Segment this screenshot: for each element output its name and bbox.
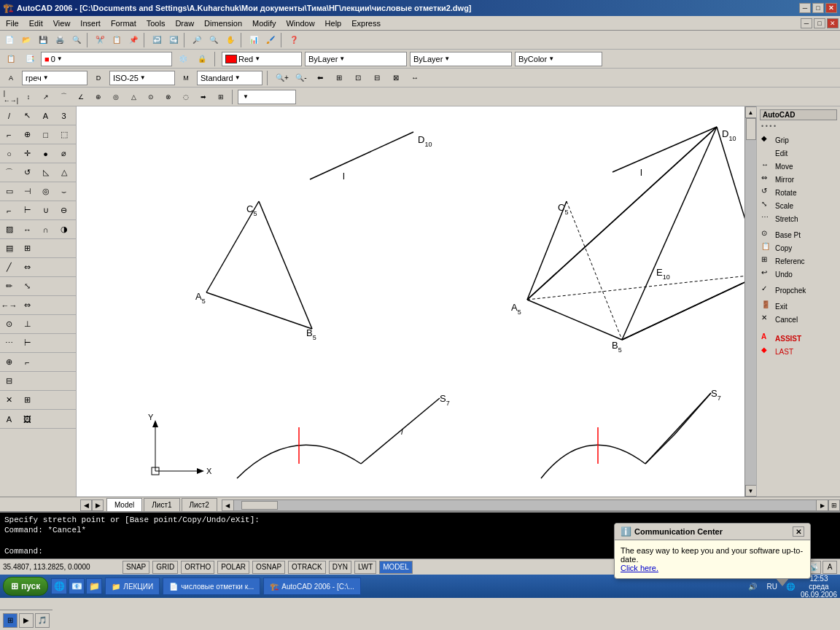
properties-button[interactable]: 📊 (246, 32, 262, 48)
comm-center-link[interactable]: Click here. (621, 564, 658, 572)
lt-cylinder-btn[interactable]: ⌀ (55, 144, 73, 163)
lt-break-btn[interactable]: ⊥ (18, 315, 36, 333)
drawing-canvas-area[interactable]: D10 l C5 A5 B5 D10 l C5 (77, 106, 744, 497)
lt-union-btn[interactable]: ∪ (36, 201, 55, 219)
cut-button[interactable]: ✂️ (92, 32, 108, 48)
zoom-window-button[interactable]: 🔍 (206, 32, 222, 48)
lt-insert-btn[interactable]: ⊕ (0, 353, 18, 371)
model-button[interactable]: MODEL (379, 561, 413, 574)
lt-extend-btn[interactable]: ⊢ (18, 201, 36, 219)
lt-wedge-btn[interactable]: ◺ (36, 163, 55, 182)
menu-view[interactable]: View (49, 18, 75, 28)
dimstyle-dropdown[interactable]: ISO-25 ▼ (109, 71, 175, 85)
ie-icon[interactable]: 🌐 (51, 578, 67, 594)
tab-list1[interactable]: Лист1 (144, 498, 179, 511)
oe-icon[interactable]: 📧 (69, 578, 85, 594)
print-button[interactable]: 🖨️ (52, 32, 68, 48)
hscroll-right-btn[interactable]: ▶ (816, 500, 828, 510)
open-button[interactable]: 📂 (18, 32, 34, 48)
lt-move-btn[interactable]: ✛ (18, 144, 36, 163)
menu-draw[interactable]: Draw (171, 18, 198, 28)
lt-subtract-btn[interactable]: ⊖ (55, 201, 73, 219)
lt-line-btn[interactable]: / (0, 106, 18, 125)
inner-min-button[interactable]: ─ (801, 18, 812, 28)
start-button[interactable]: ⊞ пуск (3, 577, 48, 596)
lt-polyline-btn[interactable]: ⌐ (0, 125, 18, 144)
lwt-button[interactable]: LWT (354, 561, 376, 574)
viewport-toggle-btn[interactable]: ⊞ (828, 499, 840, 511)
menu-format[interactable]: Format (106, 18, 141, 28)
lock-button[interactable]: 🔒 (194, 51, 210, 67)
dim-btn5[interactable]: ∠ (73, 89, 89, 105)
tab-left-btn[interactable]: ◀ (80, 499, 92, 511)
lt-more2-btn[interactable]: ⊢ (18, 334, 36, 352)
menu-file[interactable]: File (1, 18, 23, 28)
lt-arc-btn[interactable]: ⌒ (0, 163, 18, 182)
help-button[interactable]: ❓ (286, 32, 302, 48)
grid-button[interactable]: GRID (152, 561, 178, 574)
lt-shade-btn[interactable]: ◑ (55, 220, 73, 238)
rp-stretch[interactable]: ⋯ Stretch (760, 212, 837, 225)
print-preview-button[interactable]: 🔍 (69, 32, 85, 48)
layer-dropdown[interactable]: ■ 0 ▼ (41, 52, 172, 66)
lt-block-btn[interactable]: □ (36, 125, 55, 144)
undo-button[interactable]: ↩️ (149, 32, 165, 48)
dim-dropdown[interactable]: ▼ (238, 90, 296, 104)
lt-chamfer-btn[interactable]: ⌐ (18, 353, 36, 371)
dim-btn6[interactable]: ⊕ (90, 89, 106, 105)
lt-3dbox-btn[interactable]: ⬚ (55, 125, 73, 144)
osnap-button[interactable]: OSNAP (252, 561, 285, 574)
dim-btn3[interactable]: ↗ (38, 89, 54, 105)
sound-icon[interactable]: 🔊 (744, 578, 761, 594)
autocad-tray-icon[interactable]: A (822, 561, 837, 574)
vertical-scrollbar[interactable]: ▲ ▼ (744, 106, 756, 497)
menu-tools[interactable]: Tools (142, 18, 170, 28)
color-dropdown[interactable]: Red ▼ (222, 52, 302, 66)
tab-list2[interactable]: Лист2 (182, 498, 217, 511)
dim-btn7[interactable]: ◎ (108, 89, 124, 105)
windows-btn[interactable]: ⊞ (3, 613, 18, 628)
multistyle-dropdown[interactable]: Standard ▼ (197, 71, 262, 85)
zoom-in-button[interactable]: 🔍+ (274, 70, 290, 86)
rp-copy[interactable]: 📋 Copy (760, 241, 837, 254)
multistyle-btn[interactable]: M (178, 70, 194, 86)
lt-stretch-btn[interactable]: ⇔ (18, 296, 36, 314)
win-max-button[interactable]: □ (812, 3, 824, 13)
rp-propchek[interactable]: ✓ Propchek (760, 284, 837, 297)
menu-modify[interactable]: Modify (248, 18, 280, 28)
layer-button[interactable]: 📑 (22, 51, 38, 67)
plotstyle-dropdown[interactable]: ByColor ▼ (515, 52, 602, 66)
lt-offset-btn[interactable]: ↔ (18, 220, 36, 238)
scroll-down-button[interactable]: ▼ (745, 485, 757, 497)
win-close-button[interactable]: ✕ (825, 3, 837, 13)
lt-more1-btn[interactable]: ⋯ (0, 334, 18, 352)
comm-center-close-button[interactable]: ✕ (793, 526, 804, 537)
lt-textA-btn[interactable]: A (0, 410, 18, 428)
rp-mirror[interactable]: ⇔ Mirror (760, 173, 837, 186)
rp-grip-edit[interactable]: ◆ Grip (760, 133, 837, 147)
dim-btn12[interactable]: ➡ (195, 89, 211, 105)
lt-text-btn[interactable]: A (36, 106, 55, 125)
lt-draw-order-btn[interactable]: ⊙ (0, 315, 18, 333)
dim-btn13[interactable]: ⊞ (213, 89, 229, 105)
dim-btn1[interactable]: |←→| (3, 89, 19, 105)
dyn-button[interactable]: DYN (329, 561, 351, 574)
tab-right-btn[interactable]: ▶ (92, 499, 104, 511)
lt-region-btn[interactable]: ⊟ (0, 372, 18, 390)
dim-btn8[interactable]: △ (125, 89, 141, 105)
rp-rotate[interactable]: ↺ Rotate (760, 186, 837, 199)
hscroll-thumb[interactable] (241, 501, 278, 510)
snap-button[interactable]: SNAP (122, 561, 149, 574)
freeze-button[interactable]: ❄️ (175, 51, 191, 67)
zoom-all-button[interactable]: ⊡ (350, 70, 366, 86)
lt-edit-btn[interactable]: ✏ (0, 277, 18, 295)
menu-help[interactable]: Help (321, 18, 346, 28)
menu-express[interactable]: Express (347, 18, 385, 28)
scroll-up-button[interactable]: ▲ (745, 106, 757, 118)
match-properties-button[interactable]: 🖌️ (262, 32, 279, 48)
lt-circle-btn[interactable]: ○ (0, 144, 18, 163)
dim-btn11[interactable]: ◌ (178, 89, 194, 105)
scroll-track[interactable] (745, 118, 756, 485)
taskbar-autocad[interactable]: 🏗️ AutoCAD 2006 - [C:\... (263, 578, 361, 595)
inner-close-button[interactable]: ✕ (827, 18, 839, 28)
